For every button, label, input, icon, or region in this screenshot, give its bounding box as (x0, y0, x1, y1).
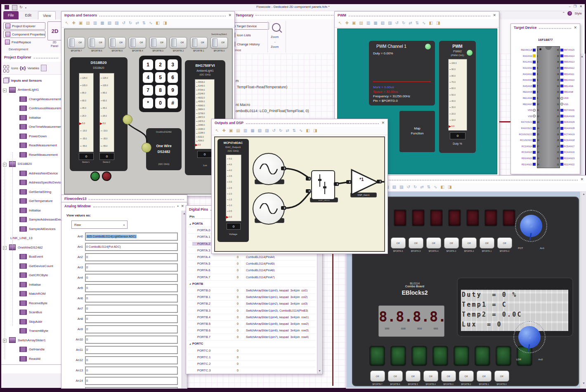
expander-icon[interactable] (188, 282, 192, 285)
toggle-switch[interactable]: Off $PORTB.5 (108, 37, 127, 52)
tree-item[interactable]: SampleAllDevices (1, 224, 61, 234)
toolbar-icon[interactable]: ↻ (414, 185, 417, 189)
view-values-dropdown[interactable]: Raw▾ (71, 221, 128, 229)
pin-square-icon[interactable] (560, 163, 563, 166)
toggle-switch[interactable]: Off $PORTB.2 (169, 37, 188, 52)
keypad-key[interactable]: # (168, 98, 178, 108)
digital-pin-row[interactable]: PORTC.4 0 (188, 374, 316, 374)
keypad-key[interactable]: 7 (143, 85, 153, 96)
pin-square-icon[interactable] (560, 61, 563, 63)
ldr-knob[interactable]: LDRAn0 (512, 321, 547, 361)
pin-square-icon[interactable] (560, 73, 563, 75)
tree-item[interactable]: ContinuousMeasurement (1, 104, 61, 113)
toolbar-icon[interactable]: ▦ (373, 21, 377, 25)
toolbar-icon[interactable]: ◧ (306, 129, 310, 133)
close-button[interactable]: ✕ (579, 5, 582, 8)
analog-value-field[interactable]: 825 ComboBL0114(LightSensor ADC) (85, 232, 178, 241)
toolbar-icon[interactable]: ◧ (429, 21, 432, 25)
pin-square-icon[interactable] (533, 115, 536, 117)
digital-pin-row[interactable]: PORTB.6 0 SwitchArraySlider1(pin6), keyp… (188, 327, 316, 334)
restore-button[interactable]: ❐ (574, 5, 577, 8)
toolbar-icon[interactable]: ◨ (313, 129, 317, 133)
keypad-key[interactable]: * (143, 98, 153, 108)
analog-value-field[interactable]: 0 (85, 274, 178, 282)
toolbar-icon[interactable]: ↺ (395, 21, 399, 25)
toolbar-icon[interactable]: ▣ (229, 129, 233, 133)
pin-square-icon[interactable] (533, 73, 536, 75)
switch-body[interactable]: Off (441, 371, 456, 382)
pin-square-icon[interactable] (560, 139, 563, 142)
tree-item[interactable]: Inputs and Sensors (1, 76, 61, 85)
pin-square-icon[interactable] (560, 97, 563, 100)
tree-item[interactable]: BusEvent (1, 252, 61, 262)
switch-body[interactable]: Off (480, 237, 494, 249)
analog-value-field[interactable]: 0 (85, 387, 178, 389)
toolbar-icon[interactable]: ↻ (402, 21, 405, 25)
close-icon[interactable]: ✕ (580, 177, 584, 181)
ds18b20-slider-2[interactable]: 125.0105.085.065.045.025.05.0-15.0-35.0-… (99, 73, 114, 152)
tree-item[interactable]: ReadMeasurement (1, 141, 61, 150)
tree-item[interactable]: ChangeMeasurementMode (1, 94, 61, 104)
toolbar-icon[interactable]: ∿ (422, 21, 425, 25)
tree-item[interactable]: AddressSpecificDevice (1, 178, 61, 188)
toolbar-icon[interactable]: ▥ (366, 21, 370, 25)
push-switch[interactable]: Off $PORTA.0 (496, 237, 513, 252)
toolbar-icon[interactable]: ↻ (279, 129, 282, 133)
toolbar-icon[interactable]: ▧ (108, 21, 111, 25)
ribbon-tab[interactable]: File (3, 11, 19, 19)
toolbar-icon[interactable]: ◧ (156, 21, 159, 25)
dsp-wave2-node[interactable] (253, 192, 285, 225)
toolbar-icon[interactable]: ▣ (352, 21, 356, 25)
push-switch[interactable]: Off $PORTA.5 (407, 237, 425, 252)
tree-item[interactable]: SampleAddressedDevice (1, 215, 61, 225)
switch-body[interactable]: Off (190, 37, 208, 48)
keypad-key[interactable]: 5 (155, 72, 165, 83)
digital-pin-row[interactable]: PORTA.5 0 ComboBL0114(PinA5) (188, 261, 316, 267)
toolbar-icon[interactable]: ⇄ (420, 185, 423, 189)
switch-body[interactable]: Off (444, 237, 459, 249)
digital-pin-row[interactable]: PORTC.3 0 (188, 367, 316, 374)
analog-value-field[interactable]: 0 (85, 294, 178, 303)
digital-pin-row[interactable]: PORTA.6 0 ComboBL0114(PinA6) (188, 267, 316, 274)
icons-view-icon[interactable] (3, 65, 9, 71)
pin-square-icon[interactable] (533, 109, 536, 112)
analog-value-field[interactable]: 0 (85, 377, 178, 385)
switch-body[interactable]: Off (494, 371, 509, 382)
toolbar-icon[interactable]: ▧ (392, 185, 396, 189)
pin-square-icon[interactable] (533, 97, 536, 100)
scroll-up-icon[interactable]: ▲ (183, 212, 186, 215)
toggle-switch[interactable]: Off $PORTB.4 (128, 37, 147, 52)
pin-square-icon[interactable] (560, 151, 563, 154)
scroll-down-icon[interactable]: ▼ (582, 382, 585, 385)
knob-ball[interactable] (520, 215, 542, 237)
push-switch[interactable]: Off $PORTB.3 (440, 371, 457, 385)
pin-square-icon[interactable] (533, 91, 536, 94)
tree-item[interactable]: TransmitByte (1, 326, 61, 336)
tree-item[interactable]: Initialise (1, 206, 61, 215)
pin-square-icon[interactable] (533, 139, 536, 142)
pin-square-icon[interactable] (533, 127, 536, 130)
digital-pin-row[interactable]: PORTB.5 0 SwitchArraySlider1(pin5), keyp… (188, 321, 316, 327)
toolbar-icon[interactable]: ✚ (72, 21, 75, 25)
toolbar-icon[interactable]: ▤ (359, 21, 363, 25)
pin-square-icon[interactable] (560, 145, 563, 148)
toolbar-icon[interactable]: ◧ (440, 185, 444, 189)
digital-pin-row[interactable]: PORTA.7 0 ComboBL0114(PinA7) (188, 274, 316, 281)
map-function-block[interactable]: Map Function (399, 111, 435, 152)
toggle-switch[interactable]: Off $PORTB.6 (87, 37, 106, 52)
toolbar-icon[interactable]: ⇅ (427, 185, 430, 189)
red-button[interactable] (102, 171, 111, 181)
dsp-mixer-node[interactable] (311, 170, 335, 200)
zoom-in-button[interactable]: Zoom (271, 35, 279, 39)
switch-body[interactable]: Off (477, 371, 491, 382)
keypad-key[interactable]: 3 (168, 59, 178, 70)
pin-square-icon[interactable] (533, 49, 536, 52)
pin-square-icon[interactable] (533, 121, 536, 124)
toolbar-icon[interactable]: ∿ (434, 185, 437, 189)
digital-pin-row[interactable]: PORTB.1 0 SwitchArraySlider1(pin1), keyp… (188, 294, 316, 300)
toolbar-icon[interactable]: ✚ (222, 129, 225, 133)
keypad-key[interactable]: 4 (143, 72, 153, 83)
analog-value-field[interactable]: 0 (85, 253, 178, 261)
digital-pin-row[interactable]: PORTB (188, 281, 316, 287)
minimize-icon[interactable]: ▪ (177, 204, 178, 208)
